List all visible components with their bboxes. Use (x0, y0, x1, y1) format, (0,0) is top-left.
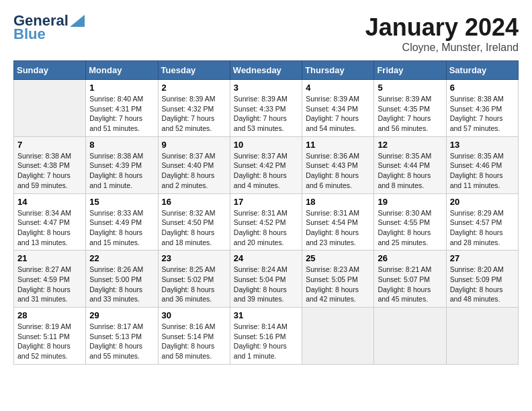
day-info: Sunrise: 8:20 AMSunset: 5:09 PMDaylight:… (450, 265, 515, 304)
day-info: Sunrise: 8:23 AMSunset: 5:05 PMDaylight:… (306, 265, 370, 304)
calendar-cell: 7Sunrise: 8:38 AMSunset: 4:38 PMDaylight… (14, 136, 86, 193)
header-sunday: Sunday (14, 61, 86, 80)
day-number: 24 (234, 253, 298, 263)
day-number: 4 (306, 83, 370, 93)
calendar-cell: 24Sunrise: 8:24 AMSunset: 5:04 PMDayligh… (230, 250, 302, 308)
day-number: 30 (162, 310, 226, 320)
day-info: Sunrise: 8:19 AMSunset: 5:11 PMDaylight:… (17, 322, 82, 361)
calendar-cell (374, 308, 446, 365)
day-number: 1 (89, 83, 154, 93)
calendar-cell: 1Sunrise: 8:40 AMSunset: 4:31 PMDaylight… (86, 80, 158, 137)
day-number: 28 (17, 310, 82, 320)
calendar-cell: 12Sunrise: 8:35 AMSunset: 4:44 PMDayligh… (374, 136, 446, 193)
day-info: Sunrise: 8:14 AMSunset: 5:16 PMDaylight:… (234, 322, 298, 361)
day-number: 9 (162, 140, 226, 150)
calendar-cell: 22Sunrise: 8:26 AMSunset: 5:00 PMDayligh… (86, 250, 158, 308)
calendar-cell: 4Sunrise: 8:39 AMSunset: 4:34 PMDaylight… (302, 80, 374, 137)
day-info: Sunrise: 8:30 AMSunset: 4:55 PMDaylight:… (378, 208, 442, 248)
day-number: 18 (306, 197, 370, 207)
calendar-cell: 11Sunrise: 8:36 AMSunset: 4:43 PMDayligh… (302, 136, 374, 193)
calendar-table: SundayMondayTuesdayWednesdayThursdayFrid… (13, 60, 519, 365)
day-info: Sunrise: 8:35 AMSunset: 4:44 PMDaylight:… (378, 151, 442, 191)
day-info: Sunrise: 8:32 AMSunset: 4:50 PMDaylight:… (162, 208, 226, 248)
day-info: Sunrise: 8:35 AMSunset: 4:46 PMDaylight:… (450, 151, 515, 191)
day-info: Sunrise: 8:16 AMSunset: 5:14 PMDaylight:… (162, 322, 226, 361)
calendar-cell: 8Sunrise: 8:38 AMSunset: 4:39 PMDaylight… (86, 136, 158, 193)
day-number: 14 (17, 197, 82, 207)
logo-icon (70, 15, 85, 27)
day-number: 15 (89, 197, 154, 207)
calendar-cell (446, 308, 518, 365)
day-number: 21 (17, 253, 82, 263)
calendar-cell: 26Sunrise: 8:21 AMSunset: 5:07 PMDayligh… (374, 250, 446, 308)
day-number: 7 (17, 140, 82, 150)
calendar-cell: 18Sunrise: 8:31 AMSunset: 4:54 PMDayligh… (302, 193, 374, 250)
day-info: Sunrise: 8:38 AMSunset: 4:36 PMDaylight:… (450, 94, 515, 134)
calendar-cell: 17Sunrise: 8:31 AMSunset: 4:52 PMDayligh… (230, 193, 302, 250)
calendar-week-5: 28Sunrise: 8:19 AMSunset: 5:11 PMDayligh… (14, 308, 519, 365)
day-number: 12 (378, 140, 442, 150)
day-number: 27 (450, 253, 515, 263)
day-info: Sunrise: 8:38 AMSunset: 4:39 PMDaylight:… (89, 151, 154, 191)
day-number: 17 (234, 197, 298, 207)
calendar-cell: 23Sunrise: 8:25 AMSunset: 5:02 PMDayligh… (158, 250, 230, 308)
calendar-cell: 28Sunrise: 8:19 AMSunset: 5:11 PMDayligh… (14, 308, 86, 365)
day-number: 3 (234, 83, 298, 93)
day-number: 11 (306, 140, 370, 150)
day-info: Sunrise: 8:39 AMSunset: 4:35 PMDaylight:… (378, 94, 442, 134)
calendar-cell (14, 80, 86, 137)
calendar-cell: 21Sunrise: 8:27 AMSunset: 4:59 PMDayligh… (14, 250, 86, 308)
day-info: Sunrise: 8:31 AMSunset: 4:52 PMDaylight:… (234, 208, 298, 248)
day-info: Sunrise: 8:38 AMSunset: 4:38 PMDaylight:… (17, 151, 82, 191)
day-info: Sunrise: 8:37 AMSunset: 4:42 PMDaylight:… (234, 151, 298, 191)
day-number: 23 (162, 253, 226, 263)
day-info: Sunrise: 8:17 AMSunset: 5:13 PMDaylight:… (89, 322, 154, 361)
day-number: 6 (450, 83, 515, 93)
calendar-cell: 19Sunrise: 8:30 AMSunset: 4:55 PMDayligh… (374, 193, 446, 250)
calendar-cell: 16Sunrise: 8:32 AMSunset: 4:50 PMDayligh… (158, 193, 230, 250)
header-saturday: Saturday (446, 61, 518, 80)
logo: General Blue (13, 13, 85, 42)
day-info: Sunrise: 8:24 AMSunset: 5:04 PMDaylight:… (234, 265, 298, 304)
calendar-cell: 15Sunrise: 8:33 AMSunset: 4:49 PMDayligh… (86, 193, 158, 250)
day-info: Sunrise: 8:33 AMSunset: 4:49 PMDaylight:… (89, 208, 154, 248)
day-info: Sunrise: 8:31 AMSunset: 4:54 PMDaylight:… (306, 208, 370, 248)
header-friday: Friday (374, 61, 446, 80)
calendar-cell: 25Sunrise: 8:23 AMSunset: 5:05 PMDayligh… (302, 250, 374, 308)
day-info: Sunrise: 8:40 AMSunset: 4:31 PMDaylight:… (89, 94, 154, 134)
day-number: 16 (162, 197, 226, 207)
calendar-cell: 14Sunrise: 8:34 AMSunset: 4:47 PMDayligh… (14, 193, 86, 250)
calendar-cell: 13Sunrise: 8:35 AMSunset: 4:46 PMDayligh… (446, 136, 518, 193)
header-thursday: Thursday (302, 61, 374, 80)
day-info: Sunrise: 8:36 AMSunset: 4:43 PMDaylight:… (306, 151, 370, 191)
day-number: 31 (234, 310, 298, 320)
header-monday: Monday (86, 61, 158, 80)
day-info: Sunrise: 8:25 AMSunset: 5:02 PMDaylight:… (162, 265, 226, 304)
day-number: 13 (450, 140, 515, 150)
calendar-cell: 31Sunrise: 8:14 AMSunset: 5:16 PMDayligh… (230, 308, 302, 365)
day-info: Sunrise: 8:29 AMSunset: 4:57 PMDaylight:… (450, 208, 515, 248)
day-info: Sunrise: 8:37 AMSunset: 4:40 PMDaylight:… (162, 151, 226, 191)
month-title: January 2024 (365, 13, 519, 42)
day-number: 5 (378, 83, 442, 93)
calendar-cell: 5Sunrise: 8:39 AMSunset: 4:35 PMDaylight… (374, 80, 446, 137)
title-section: January 2024 Cloyne, Munster, Ireland (365, 13, 519, 54)
calendar-cell: 2Sunrise: 8:39 AMSunset: 4:32 PMDaylight… (158, 80, 230, 137)
location-subtitle: Cloyne, Munster, Ireland (365, 42, 519, 54)
day-info: Sunrise: 8:39 AMSunset: 4:34 PMDaylight:… (306, 94, 370, 134)
calendar-cell: 6Sunrise: 8:38 AMSunset: 4:36 PMDaylight… (446, 80, 518, 137)
day-info: Sunrise: 8:26 AMSunset: 5:00 PMDaylight:… (89, 265, 154, 304)
calendar-cell: 30Sunrise: 8:16 AMSunset: 5:14 PMDayligh… (158, 308, 230, 365)
day-number: 20 (450, 197, 515, 207)
day-info: Sunrise: 8:39 AMSunset: 4:33 PMDaylight:… (234, 94, 298, 134)
calendar-header-row: SundayMondayTuesdayWednesdayThursdayFrid… (14, 61, 519, 80)
calendar-week-4: 21Sunrise: 8:27 AMSunset: 4:59 PMDayligh… (14, 250, 519, 308)
calendar-cell: 9Sunrise: 8:37 AMSunset: 4:40 PMDaylight… (158, 136, 230, 193)
svg-marker-0 (70, 15, 85, 27)
day-info: Sunrise: 8:21 AMSunset: 5:07 PMDaylight:… (378, 265, 442, 304)
calendar-cell (302, 308, 374, 365)
day-number: 22 (89, 253, 154, 263)
calendar-cell: 20Sunrise: 8:29 AMSunset: 4:57 PMDayligh… (446, 193, 518, 250)
calendar-cell: 27Sunrise: 8:20 AMSunset: 5:09 PMDayligh… (446, 250, 518, 308)
day-info: Sunrise: 8:34 AMSunset: 4:47 PMDaylight:… (17, 208, 82, 248)
